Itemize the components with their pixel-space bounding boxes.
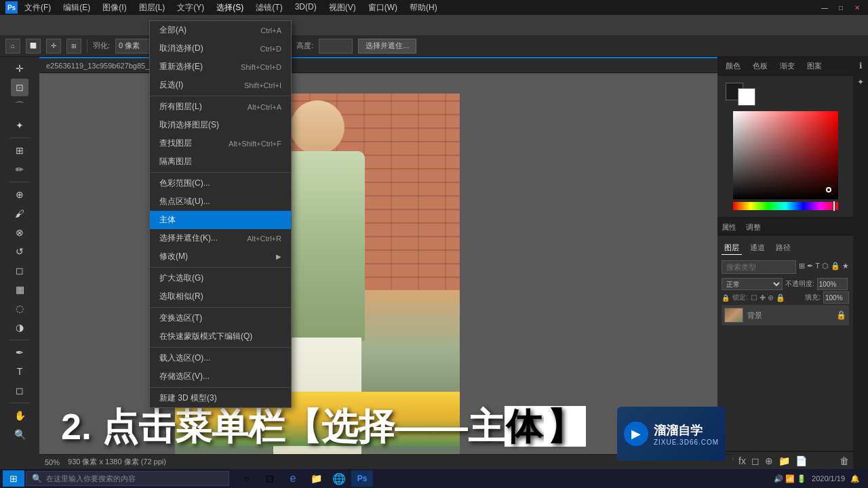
add-style-btn[interactable]: fx (738, 455, 746, 466)
tab-swatches[interactable]: 色板 (750, 60, 770, 73)
stamp-tool[interactable]: ⊗ (11, 224, 28, 241)
notification-btn[interactable]: 🔔 (850, 474, 860, 483)
menu-3d[interactable]: 3D(D) (292, 1, 319, 15)
tab-layers[interactable]: 图层 (722, 241, 742, 255)
zoom-tool[interactable]: 🔍 (11, 426, 28, 443)
new-adjustment-btn[interactable]: ⊕ (765, 455, 773, 466)
layers-section: 图层 通道 路径 ⊞ ✒ T ⬡ 🔒 ★ 正常 不透明度: 🔒 锁定: ☐ ✚ … (717, 236, 853, 451)
shape-tool[interactable]: ◻ (11, 382, 28, 399)
title-bar-controls: — □ ✕ (819, 2, 863, 13)
home-btn[interactable]: ⌂ (5, 39, 20, 54)
menu-item-all[interactable]: 全部(A)Ctrl+A (150, 21, 291, 39)
layer-row-bg[interactable]: 背景 🔒 (722, 305, 849, 325)
fill-input[interactable] (823, 291, 849, 304)
delete-layer-btn[interactable]: 🗑 (840, 455, 849, 466)
tab-channels[interactable]: 通道 (747, 241, 768, 255)
menu-layer[interactable]: 图层(L) (136, 1, 168, 15)
menu-file[interactable]: 文件(F) (22, 1, 54, 15)
taskbar-app-explorer[interactable]: 📁 (305, 470, 327, 487)
type-tool[interactable]: T (11, 363, 28, 380)
move-tool[interactable]: ✛ (11, 60, 28, 77)
maximize-button[interactable]: □ (835, 2, 846, 13)
menu-filter[interactable]: 滤镜(T) (253, 1, 285, 15)
menu-item-quick-mask[interactable]: 在快速蒙版模式下编辑(Q) (150, 327, 291, 346)
menu-view[interactable]: 视图(V) (326, 1, 359, 15)
menu-item-reselect[interactable]: 重新选择(E)Shift+Ctrl+D (150, 58, 291, 76)
rect-select-btn[interactable]: ⬜ (26, 39, 41, 54)
artboard-btn[interactable]: ⊞ (66, 39, 81, 54)
layer-search-input[interactable] (722, 260, 796, 274)
hand-tool[interactable]: ✋ (11, 407, 28, 424)
new-layer-btn[interactable]: 📄 (795, 455, 807, 466)
select-mask-btn[interactable]: 选择并遮住... (358, 39, 416, 54)
menu-item-focus-area[interactable]: 焦点区域(U)... (150, 192, 291, 211)
menu-item-find-layer[interactable]: 查找图层Alt+Shift+Ctrl+F (150, 134, 291, 152)
menu-item-grow[interactable]: 扩大选取(G) (150, 269, 291, 287)
menu-item-all-layers[interactable]: 所有图层(L)Alt+Ctrl+A (150, 98, 291, 116)
menu-help[interactable]: 帮助(H) (407, 1, 440, 15)
tools-icon[interactable]: ✦ (854, 76, 867, 88)
height-input[interactable] (319, 39, 353, 54)
opacity-input[interactable] (817, 278, 848, 290)
crop-tool[interactable]: ⊞ (11, 142, 28, 159)
rect-select-tool[interactable]: ⊡ (11, 79, 28, 96)
menu-item-color-range[interactable]: 色彩范围(C)... (150, 174, 291, 192)
tab-paths[interactable]: 路径 (773, 241, 793, 255)
brush-tool[interactable]: 🖌 (11, 205, 28, 222)
taskbar-search[interactable]: 🔍 在这里输入你要搜索的内容 (26, 471, 229, 486)
blur-tool[interactable]: ◌ (11, 300, 28, 317)
left-toolbox: ✛ ⊡ ⌒ ✦ ⊞ ✏ ⊕ 🖌 ⊗ ↺ ◻ ▦ ◌ ◑ ✒ T ◻ ✋ 🔍 (0, 57, 39, 469)
title-bar-left: Ps 文件(F) 编辑(E) 图像(I) 图层(L) 文字(Y) 选择(S) 滤… (5, 1, 440, 15)
new-group-btn[interactable]: 📁 (778, 455, 790, 466)
color-panel-header: 颜色 色板 渐变 图案 (717, 57, 853, 76)
menu-item-isolate-layer[interactable]: 隔离图层 (150, 152, 291, 171)
menu-item-transform-selection[interactable]: 变换选区(T) (150, 309, 291, 327)
menu-item-new-3d[interactable]: 新建 3D 模型(3) (150, 389, 291, 407)
path-tool[interactable]: ✒ (11, 344, 28, 361)
menu-item-save-selection[interactable]: 存储选区(V)... (150, 367, 291, 386)
menu-text[interactable]: 文字(Y) (174, 1, 207, 15)
menu-item-deselect[interactable]: 取消选择(D)Ctrl+D (150, 39, 291, 58)
menu-item-load-selection[interactable]: 载入选区(O)... (150, 349, 291, 367)
title-bar-menus: 文件(F) 编辑(E) 图像(I) 图层(L) 文字(Y) 选择(S) 滤镜(T… (22, 1, 440, 15)
tab-gradient[interactable]: 渐变 (777, 60, 797, 73)
taskbar-app-chrome[interactable]: 🌐 (328, 470, 350, 487)
menu-item-modify[interactable]: 修改(M)▶ (150, 247, 291, 266)
blend-mode-row: 正常 不透明度: (722, 278, 849, 290)
taskbar-app-cortana[interactable]: ○ (236, 470, 258, 487)
taskbar-app-edge[interactable]: e (282, 470, 304, 487)
info-icon[interactable]: ℹ (854, 60, 867, 72)
menu-item-deselect-layers[interactable]: 取消选择图层(S) (150, 116, 291, 134)
menu-image[interactable]: 图像(I) (100, 1, 129, 15)
menu-item-inverse[interactable]: 反选(I)Shift+Ctrl+I (150, 76, 291, 94)
hue-slider-bar[interactable] (733, 202, 838, 210)
dodge-tool[interactable]: ◑ (11, 319, 28, 336)
eraser-tool[interactable]: ◻ (11, 262, 28, 279)
menu-edit[interactable]: 编辑(E) (60, 1, 93, 15)
gradient-tool[interactable]: ▦ (11, 281, 28, 298)
menu-item-similar[interactable]: 选取相似(R) (150, 287, 291, 306)
eyedropper-tool[interactable]: ✏ (11, 161, 28, 178)
taskbar-app-taskview[interactable]: ⊡ (259, 470, 281, 487)
menu-item-select-mask[interactable]: 选择并遮住(K)...Alt+Ctrl+R (150, 229, 291, 247)
start-button[interactable]: ⊞ (3, 470, 24, 487)
toolbar: ⌂ ⬜ ✛ ⊞ 羽化: 正常 正常 宽度: 高度: 选择并遮住... (0, 35, 868, 57)
background-color[interactable] (738, 88, 755, 106)
history-brush-tool[interactable]: ↺ (11, 243, 28, 260)
taskbar-app-photoshop[interactable]: Ps (351, 470, 373, 487)
add-mask-btn[interactable]: ◻ (751, 455, 760, 466)
menu-item-subject[interactable]: 主体 (150, 211, 291, 229)
magic-wand-tool[interactable]: ✦ (11, 117, 28, 134)
close-button[interactable]: ✕ (852, 2, 863, 13)
tab-pattern[interactable]: 图案 (804, 60, 825, 73)
heal-tool[interactable]: ⊕ (11, 186, 28, 203)
menu-select[interactable]: 选择(S) (214, 1, 246, 15)
tab-color[interactable]: 颜色 (723, 60, 743, 73)
lasso-tool[interactable]: ⌒ (11, 98, 28, 115)
canvas-tab[interactable]: e25636119_13c959b627bg85_b.jpg @ 50% (RG… (39, 57, 732, 73)
blend-mode-select[interactable]: 正常 (722, 278, 783, 290)
color-picker-gradient[interactable] (733, 111, 838, 199)
minimize-button[interactable]: — (819, 2, 830, 13)
menu-window[interactable]: 窗口(W) (366, 1, 400, 15)
move-btn[interactable]: ✛ (46, 39, 61, 54)
